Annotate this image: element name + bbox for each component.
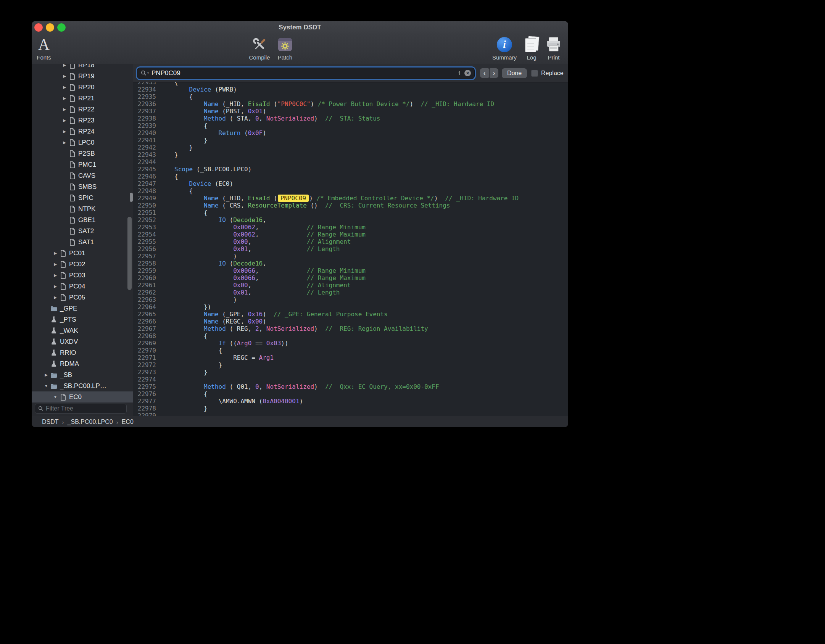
sidebar-item-wak[interactable]: _WAK (32, 325, 133, 336)
disclosure-triangle-icon[interactable]: ▶ (61, 140, 68, 145)
code-line: 22933{ (133, 82, 568, 86)
sidebar-item-rp18[interactable]: ▶RP18 (32, 64, 133, 71)
zoom-button[interactable] (57, 23, 66, 32)
sidebar-item-rrio[interactable]: RRIO (32, 347, 133, 358)
code-line: 22945Scope (_SB.PC00.LPC0) (133, 166, 568, 173)
print-label: Print (548, 54, 560, 61)
disclosure-triangle-icon[interactable]: ▶ (52, 262, 58, 266)
search-input[interactable]: ▾ PNP0C09 1 × (137, 68, 474, 79)
disclosure-triangle-icon[interactable]: ▼ (52, 395, 58, 399)
sidebar-item-rp20[interactable]: ▶RP20 (32, 82, 133, 93)
sidebar-item-pts[interactable]: _PTS (32, 314, 133, 325)
code-editor[interactable]: 22933{22934 Device (PWRB)22935 {22936 Na… (133, 82, 568, 416)
breadcrumb-item[interactable]: _SB.PC00.LPC0 (68, 419, 113, 425)
pane-splitter-handle[interactable] (130, 193, 133, 202)
sidebar-item-pmc1[interactable]: PMC1 (32, 159, 133, 170)
next-match-button[interactable]: › (490, 68, 498, 78)
code-line: 22947 Device (EC0) (133, 180, 568, 187)
disclosure-triangle-icon[interactable]: ▶ (61, 74, 68, 78)
sidebar-item-pc03[interactable]: ▶PC03 (32, 270, 133, 281)
breadcrumb: DSDT›_SB.PC00.LPC0›EC0 (42, 419, 134, 425)
log-tool[interactable]: Log (524, 35, 540, 61)
sidebar-item-cavs[interactable]: CAVS (32, 170, 133, 181)
replace-checkbox[interactable] (531, 70, 538, 77)
code-line: 22960 0x0066, // Range Maximum (133, 274, 568, 282)
doc-icon (59, 250, 67, 257)
sidebar-item-pc05[interactable]: ▶PC05 (32, 292, 133, 303)
sidebar-item-sbpc00lp[interactable]: ▼_SB.PC00.LP… (32, 380, 133, 391)
line-number: 22948 (133, 187, 156, 195)
disclosure-triangle-icon[interactable]: ▶ (52, 251, 58, 255)
fonts-label: Fonts (37, 54, 51, 61)
close-button[interactable] (34, 23, 43, 32)
line-number: 22956 (133, 245, 156, 253)
summary-info-icon: i (497, 35, 512, 54)
disclosure-triangle-icon[interactable]: ▶ (52, 295, 58, 299)
sidebar-item-label: RRIO (60, 349, 76, 357)
sidebar-item-ntpk[interactable]: NTPK (32, 203, 133, 214)
fonts-tool[interactable]: A Fonts (37, 35, 51, 61)
code-line: 22969 If ((Arg0 == 0x03)) (133, 340, 568, 347)
sidebar-item-rp24[interactable]: ▶RP24 (32, 126, 133, 137)
disclosure-triangle-icon[interactable]: ▶ (61, 96, 68, 100)
previous-match-button[interactable]: ‹ (480, 68, 489, 78)
code-line: 22959 0x0066, // Range Minimum (133, 267, 568, 274)
filter-tree-input[interactable]: Filter Tree (35, 404, 127, 414)
disclosure-triangle-icon[interactable]: ▶ (61, 129, 68, 134)
breadcrumb-item[interactable]: EC0 (122, 419, 134, 425)
sidebar-item-sb[interactable]: ▶_SB (32, 369, 133, 380)
compile-label: Compile (249, 54, 270, 61)
sidebar-item-gbe1[interactable]: GBE1 (32, 214, 133, 225)
sidebar-item-sat2[interactable]: SAT2 (32, 225, 133, 237)
code-line: 22941 } (133, 137, 568, 144)
sidebar-item-p2sb[interactable]: P2SB (32, 148, 133, 159)
sidebar-item-rdma[interactable]: RDMA (32, 358, 133, 369)
summary-tool[interactable]: i Summary (492, 35, 517, 61)
sidebar-item-rp22[interactable]: ▶RP22 (32, 104, 133, 115)
sidebar-item-pc01[interactable]: ▶PC01 (32, 248, 133, 259)
sidebar-item-pc04[interactable]: ▶PC04 (32, 281, 133, 292)
sidebar-item-spic[interactable]: SPIC (32, 192, 133, 203)
breadcrumb-item[interactable]: DSDT (42, 419, 59, 425)
disclosure-triangle-icon[interactable]: ▶ (43, 373, 49, 377)
sidebar-item-gpe[interactable]: _GPE (32, 303, 133, 314)
app-window: System DSDT A Fonts Compile (32, 21, 568, 427)
sidebar-item-uxdv[interactable]: UXDV (32, 336, 133, 347)
sidebar-item-label: _WAK (60, 327, 78, 335)
disclosure-triangle-icon[interactable]: ▶ (61, 118, 68, 122)
code-lines: 22933{22934 Device (PWRB)22935 {22936 Na… (133, 82, 568, 416)
sidebar-item-rp19[interactable]: ▶RP19 (32, 71, 133, 82)
line-number: 22939 (133, 122, 156, 129)
patch-tool[interactable]: Patch (277, 35, 293, 61)
window-title: System DSDT (279, 24, 321, 31)
search-menu-chevron-icon[interactable]: ▾ (147, 71, 149, 75)
sidebar-item-pc02[interactable]: ▶PC02 (32, 259, 133, 270)
doc-icon (59, 294, 67, 301)
titlebar[interactable]: System DSDT (32, 21, 568, 34)
sidebar-item-smbs[interactable]: SMBS (32, 181, 133, 192)
disclosure-triangle-icon[interactable]: ▶ (52, 273, 58, 277)
sidebar-item-rp21[interactable]: ▶RP21 (32, 93, 133, 104)
disclosure-triangle-icon[interactable]: ▶ (61, 107, 68, 111)
sidebar-scrollbar[interactable] (127, 217, 132, 290)
sidebar-item-lpc0[interactable]: ▶LPC0 (32, 137, 133, 148)
line-number: 22935 (133, 93, 156, 100)
code-line: 22970 { (133, 347, 568, 354)
done-button[interactable]: Done (502, 68, 527, 78)
disclosure-triangle-icon[interactable]: ▶ (61, 85, 68, 89)
line-number: 22966 (133, 318, 156, 325)
clear-search-icon[interactable]: × (464, 70, 471, 76)
line-number: 22937 (133, 108, 156, 115)
print-tool[interactable]: Print (545, 35, 562, 61)
sidebar-item-label: LPC0 (78, 139, 95, 147)
sidebar-item-sat1[interactable]: SAT1 (32, 237, 133, 248)
minimize-button[interactable] (46, 23, 54, 32)
sidebar-item-rp23[interactable]: ▶RP23 (32, 115, 133, 126)
line-number: 22970 (133, 347, 156, 354)
compile-tool[interactable]: Compile (249, 35, 270, 61)
disclosure-triangle-icon[interactable]: ▼ (43, 384, 49, 388)
disclosure-triangle-icon[interactable]: ▶ (61, 64, 68, 67)
disclosure-triangle-icon[interactable]: ▶ (52, 284, 58, 288)
sidebar-item-ec0[interactable]: ▼EC0 (32, 391, 133, 402)
line-number: 22968 (133, 332, 156, 340)
